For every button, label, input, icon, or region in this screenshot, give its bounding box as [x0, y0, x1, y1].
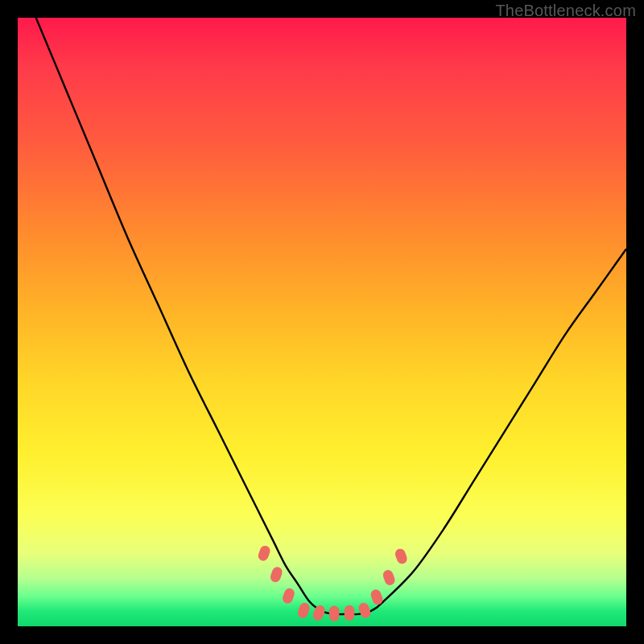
curve-marker — [394, 547, 408, 565]
curve-marker — [345, 605, 355, 621]
watermark-text: TheBottleneck.com — [495, 2, 636, 20]
curve-marker — [329, 606, 340, 621]
curve-marker — [296, 601, 311, 619]
chart-frame: TheBottleneck.com — [0, 0, 644, 644]
curve-marker — [269, 566, 283, 584]
curve-marker — [382, 568, 396, 586]
bottleneck-curve — [18, 18, 626, 626]
curve-marker — [257, 544, 271, 562]
curve-line — [36, 18, 626, 614]
chart-plot-area — [18, 18, 626, 626]
curve-marker — [357, 601, 372, 619]
curve-marker — [281, 587, 295, 605]
